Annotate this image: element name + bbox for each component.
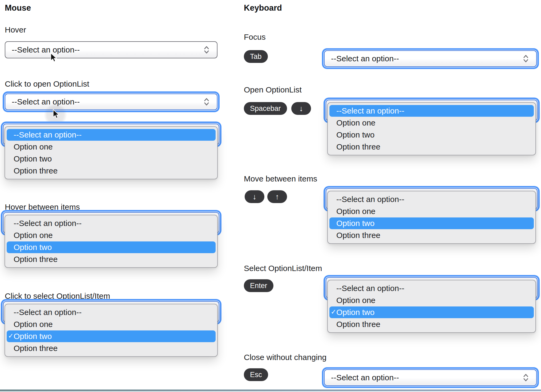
- mouse-column-title: Mouse: [5, 3, 31, 13]
- key-badge-arrow-down: ↓: [291, 102, 311, 115]
- key-badge-arrow-up: ↑: [267, 190, 287, 203]
- option-item[interactable]: Option two: [7, 241, 216, 253]
- option-item[interactable]: Option one: [7, 229, 216, 241]
- select-value: --Select an option--: [12, 97, 80, 106]
- checkmark-icon: ✓: [8, 332, 14, 340]
- select-trigger-focused[interactable]: --Select an option--: [324, 369, 537, 386]
- open-select-hover-items: --Select an option-- Option one Option t…: [5, 215, 218, 268]
- option-item[interactable]: Option one: [329, 117, 534, 129]
- key-badge-enter: Enter: [244, 279, 273, 292]
- section-heading-hover: Hover: [5, 25, 26, 34]
- option-item[interactable]: --Select an option--: [7, 129, 216, 141]
- option-item[interactable]: Option two: [329, 217, 534, 229]
- section-heading-move: Move between items: [244, 174, 317, 183]
- option-item[interactable]: Option three: [7, 253, 216, 265]
- select-trigger-hover[interactable]: --Select an option--: [5, 41, 217, 58]
- key-badge-esc: Esc: [244, 368, 268, 381]
- option-item[interactable]: Option one: [329, 205, 534, 217]
- option-item[interactable]: Option three: [7, 342, 216, 354]
- option-list: --Select an option-- Option one Option t…: [5, 126, 218, 179]
- open-select-keyboard-move: --Select an option-- Option one Option t…: [327, 191, 536, 244]
- section-heading-select-item: Select OptionList/Item: [244, 264, 322, 273]
- select-trigger-focused[interactable]: --Select an option--: [5, 94, 217, 110]
- checkmark-icon: ✓: [331, 308, 336, 316]
- option-item[interactable]: Option three: [329, 318, 534, 330]
- open-select-click-select: --Select an option-- Option one ✓ Option…: [5, 304, 218, 357]
- section-heading-close: Close without changing: [244, 353, 326, 362]
- section-heading-click-open: Click to open OptionList: [5, 79, 89, 88]
- key-badge-spacebar: Spacebar: [244, 102, 287, 115]
- keyboard-column-title: Keyboard: [244, 3, 282, 13]
- option-item[interactable]: Option two: [7, 153, 216, 165]
- option-list: --Select an option-- Option one Option t…: [327, 191, 536, 244]
- option-item[interactable]: Option three: [329, 229, 534, 241]
- mouse-cursor-icon: [52, 109, 62, 120]
- option-item-selected[interactable]: ✓ Option two: [329, 306, 534, 318]
- section-heading-focus: Focus: [244, 33, 266, 42]
- open-select-keyboard-select: --Select an option-- Option one ✓ Option…: [327, 280, 536, 333]
- option-item[interactable]: Option one: [329, 294, 534, 306]
- chevron-up-down-icon: [522, 373, 530, 382]
- option-item[interactable]: Option one: [7, 318, 216, 330]
- chevron-up-down-icon: [522, 54, 530, 63]
- chevron-up-down-icon: [203, 97, 211, 107]
- section-heading-open: Open OptionList: [244, 85, 302, 94]
- option-item[interactable]: Option one: [7, 141, 216, 153]
- page: Mouse Hover --Select an option-- Click t…: [0, 0, 541, 392]
- option-list: --Select an option-- Option one Option t…: [327, 102, 536, 155]
- open-select-click-open: --Select an option-- Option one Option t…: [5, 126, 218, 179]
- option-item-selected[interactable]: ✓ Option two: [7, 330, 216, 342]
- key-badge-tab: Tab: [244, 50, 268, 63]
- select-value: --Select an option--: [331, 54, 399, 63]
- option-item[interactable]: --Select an option--: [329, 282, 534, 294]
- option-item[interactable]: Option three: [329, 141, 534, 153]
- section-heading-click-select: Click to select OptionList/Item: [5, 292, 110, 301]
- select-trigger-focused[interactable]: --Select an option--: [324, 50, 537, 67]
- option-item[interactable]: Option three: [7, 165, 216, 177]
- option-item[interactable]: --Select an option--: [329, 193, 534, 205]
- option-item[interactable]: --Select an option--: [7, 217, 216, 229]
- section-heading-hover-items: Hover between items: [5, 203, 80, 212]
- chevron-up-down-icon: [203, 45, 211, 55]
- cutoff-element-edge-light: [0, 391, 541, 392]
- option-item[interactable]: --Select an option--: [7, 306, 216, 318]
- option-item[interactable]: --Select an option--: [329, 105, 534, 117]
- open-select-keyboard-open: --Select an option-- Option one Option t…: [327, 102, 536, 155]
- option-list: --Select an option-- Option one Option t…: [5, 215, 218, 268]
- key-badge-arrow-down: ↓: [245, 190, 264, 203]
- select-value: --Select an option--: [331, 373, 399, 382]
- select-value: --Select an option--: [12, 45, 80, 54]
- option-item[interactable]: Option two: [329, 129, 534, 141]
- option-list: --Select an option-- Option one ✓ Option…: [5, 304, 218, 357]
- option-list: --Select an option-- Option one ✓ Option…: [327, 280, 536, 333]
